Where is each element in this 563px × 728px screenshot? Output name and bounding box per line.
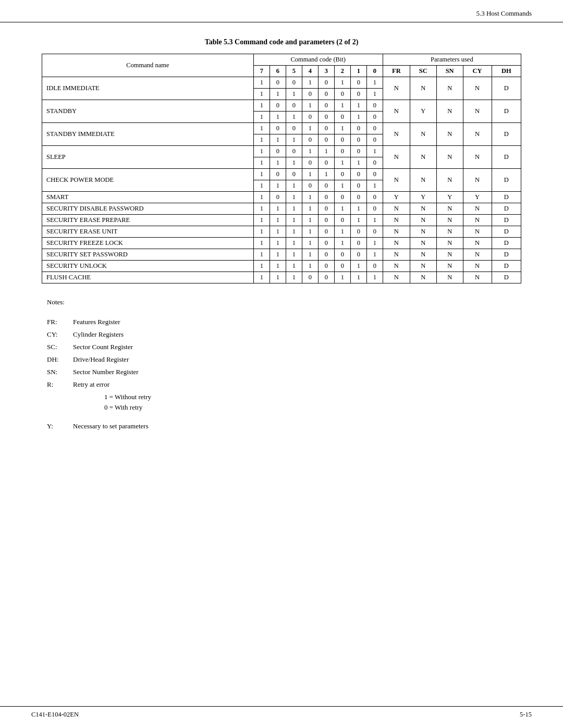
bit-cell: 1: [366, 238, 383, 249]
table-row: SECURITY UNLOCK11110010NNNND: [42, 261, 521, 272]
bit-cell: 0: [286, 100, 302, 112]
param-cell: N: [410, 226, 436, 238]
bit-cell: 1: [270, 249, 286, 261]
sub-note-1: 1 = Without retry: [104, 393, 521, 401]
param-cell: N: [410, 146, 436, 169]
param-fr: FR: [383, 66, 410, 77]
command-name-cell: STANDBY IMMEDIATE: [42, 123, 254, 146]
bit-cell: 0: [318, 249, 334, 261]
param-cell: N: [383, 238, 410, 249]
bit-cell: 0: [318, 157, 334, 169]
col-command-name: Command name: [42, 54, 254, 77]
notes-title: Notes:: [47, 298, 521, 306]
bit-cell: 1: [270, 134, 286, 146]
bit-5: 5: [286, 66, 302, 77]
bit-cell: 1: [286, 180, 302, 192]
bit-0: 0: [366, 66, 383, 77]
bit-cell: 0: [318, 123, 334, 134]
bit-cell: 0: [350, 77, 366, 89]
bit-cell: 0: [334, 112, 350, 123]
bit-cell: 1: [302, 100, 318, 112]
param-cell: D: [492, 215, 521, 226]
bit-cell: 0: [366, 261, 383, 272]
bit-cell: 0: [318, 203, 334, 215]
bit-cell: 1: [302, 203, 318, 215]
bit-cell: 1: [253, 112, 270, 123]
bit-cell: 0: [366, 203, 383, 215]
param-cell: N: [436, 226, 463, 238]
bit-cell: 1: [302, 192, 318, 203]
param-cell: N: [436, 238, 463, 249]
bit-cell: 1: [253, 203, 270, 215]
param-cell: N: [410, 215, 436, 226]
param-cell: N: [463, 238, 492, 249]
bit-cell: 0: [366, 157, 383, 169]
bit-cell: 1: [302, 146, 318, 157]
bit-cell: 1: [334, 157, 350, 169]
bit-cell: 1: [366, 215, 383, 226]
bit-cell: 0: [302, 272, 318, 283]
bit-cell: 1: [286, 112, 302, 123]
bit-cell: 1: [270, 203, 286, 215]
bit-cell: 0: [350, 249, 366, 261]
param-cell: N: [436, 77, 463, 100]
bit-1: 1: [350, 66, 366, 77]
bit-cell: 1: [302, 77, 318, 89]
bit-cell: 0: [350, 192, 366, 203]
bit-cell: 0: [334, 215, 350, 226]
param-cell: N: [463, 203, 492, 215]
note-r: R: Retry at error: [47, 380, 521, 389]
bit-cell: 0: [334, 169, 350, 180]
bit-cell: 0: [334, 146, 350, 157]
param-cell: Y: [436, 192, 463, 203]
bit-cell: 1: [350, 100, 366, 112]
bit-cell: 1: [253, 249, 270, 261]
bit-cell: 1: [350, 272, 366, 283]
bit-cell: 0: [350, 146, 366, 157]
param-cell: N: [436, 146, 463, 169]
table-row: STANDBY IMMEDIATE10010100NNNND: [42, 123, 521, 134]
bit-cell: 1: [253, 89, 270, 100]
command-name-cell: SECURITY SET PASSWORD: [42, 249, 254, 261]
param-cell: D: [492, 226, 521, 238]
bit-cell: 1: [366, 77, 383, 89]
bit-cell: 0: [366, 134, 383, 146]
bit-cell: 1: [286, 215, 302, 226]
bit-cell: 1: [334, 123, 350, 134]
bit-cell: 0: [302, 180, 318, 192]
bit-cell: 1: [366, 249, 383, 261]
bit-cell: 1: [302, 169, 318, 180]
bit-cell: 0: [318, 261, 334, 272]
bit-cell: 0: [286, 123, 302, 134]
param-cell: N: [383, 203, 410, 215]
param-cell: N: [383, 226, 410, 238]
param-cy: CY: [463, 66, 492, 77]
param-cell: N: [436, 272, 463, 283]
param-sn: SN: [436, 66, 463, 77]
bit-cell: 1: [286, 192, 302, 203]
param-cell: N: [383, 261, 410, 272]
bit-cell: 1: [318, 146, 334, 157]
bit-cell: 0: [350, 169, 366, 180]
bit-cell: 1: [270, 272, 286, 283]
param-cell: N: [410, 169, 436, 192]
param-cell: N: [436, 249, 463, 261]
param-cell: N: [463, 146, 492, 169]
bit-4: 4: [302, 66, 318, 77]
bit-cell: 1: [286, 238, 302, 249]
bit-cell: 1: [366, 146, 383, 157]
bit-cell: 1: [253, 169, 270, 180]
bit-cell: 1: [350, 157, 366, 169]
note-sc: SC: Sector Count Register: [47, 343, 521, 351]
param-cell: N: [463, 169, 492, 192]
bit-cell: 0: [302, 89, 318, 100]
param-cell: N: [463, 226, 492, 238]
header-title: 5.3 Host Commands: [476, 9, 532, 17]
table-row: STANDBY10010110NYNND: [42, 100, 521, 112]
param-cell: N: [436, 215, 463, 226]
bit-cell: 0: [302, 112, 318, 123]
bit-cell: 0: [366, 226, 383, 238]
param-cell: D: [492, 146, 521, 169]
bit-cell: 1: [253, 238, 270, 249]
bit-cell: 1: [334, 203, 350, 215]
